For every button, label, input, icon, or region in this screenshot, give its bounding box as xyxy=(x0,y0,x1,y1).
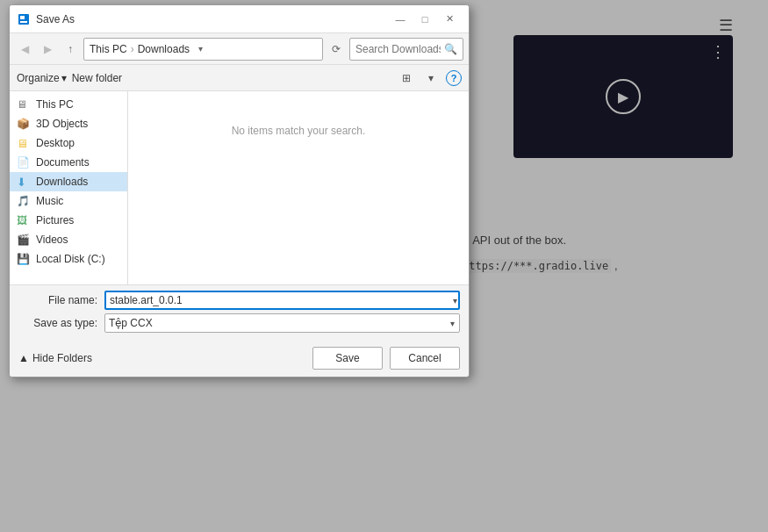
up-button[interactable]: ↑ xyxy=(61,40,80,59)
back-button[interactable]: ◀ xyxy=(15,40,34,59)
filename-row: File name: ▾ xyxy=(18,291,460,310)
dialog-nav-toolbar: ◀ ▶ ↑ This PC › Downloads ▾ ⟳ 🔍 xyxy=(10,33,469,65)
videos-icon: 🎬 xyxy=(17,234,31,246)
documents-icon: 📄 xyxy=(17,156,31,169)
save-type-label: Save as type: xyxy=(18,317,97,329)
no-items-message: No items match your search. xyxy=(232,125,366,137)
save-type-row: Save as type: Tệp CCX ▾ xyxy=(18,313,460,333)
titlebar-controls: — □ ✕ xyxy=(388,9,462,30)
view-options-button[interactable]: ⊞ xyxy=(397,68,416,88)
sidebar-item-documents[interactable]: 📄 Documents xyxy=(10,153,127,172)
dialog-title-icon xyxy=(17,12,31,26)
maximize-button[interactable]: □ xyxy=(413,9,437,30)
pictures-icon: 🖼 xyxy=(17,214,31,226)
sidebar-item-videos[interactable]: 🎬 Videos xyxy=(10,230,127,249)
hide-folders-button[interactable]: ▲ Hide Folders xyxy=(18,352,92,364)
sidebar-item-3d-objects[interactable]: 📦 3D Objects xyxy=(10,114,127,133)
refresh-button[interactable]: ⟳ xyxy=(327,40,346,59)
save-type-select[interactable]: Tệp CCX xyxy=(104,313,460,333)
filename-label: File name: xyxy=(18,294,97,306)
filename-input-wrap: ▾ xyxy=(104,291,460,310)
sidebar-item-music[interactable]: 🎵 Music xyxy=(10,191,127,211)
hide-folders-arrow-icon: ▲ xyxy=(18,352,29,364)
close-button[interactable]: ✕ xyxy=(437,9,462,30)
search-icon: 🔍 xyxy=(444,43,457,55)
save-type-select-wrap: Tệp CCX ▾ xyxy=(104,313,460,333)
organize-button[interactable]: Organize ▾ xyxy=(17,72,67,84)
3d-objects-icon: 📦 xyxy=(17,118,31,130)
breadcrumb-dropdown[interactable]: ▾ xyxy=(193,40,207,59)
filename-input[interactable] xyxy=(104,291,460,310)
sidebar-item-downloads[interactable]: ⬇ Downloads xyxy=(10,172,127,191)
dialog-form: File name: ▾ Save as type: Tệp CCX ▾ xyxy=(10,284,469,341)
file-list: No items match your search. xyxy=(128,91,469,284)
local-disk-icon: 💾 xyxy=(17,253,31,265)
breadcrumb-bar[interactable]: This PC › Downloads ▾ xyxy=(83,38,323,61)
forward-button[interactable]: ▶ xyxy=(38,40,57,59)
save-button[interactable]: Save xyxy=(312,347,383,370)
sidebar-item-local-disk[interactable]: 💾 Local Disk (C:) xyxy=(10,249,127,269)
sidebar-item-desktop[interactable]: 🖥 Desktop xyxy=(10,133,127,153)
view-dropdown-button[interactable]: ▾ xyxy=(421,68,441,88)
minimize-button[interactable]: — xyxy=(388,9,413,30)
new-folder-button[interactable]: New folder xyxy=(72,72,122,84)
sidebar-item-pictures[interactable]: 🖼 Pictures xyxy=(10,211,127,230)
dialog-titlebar: Save As — □ ✕ xyxy=(10,5,469,33)
sidebar: 🖥 This PC 📦 3D Objects 🖥 Desktop 📄 Docum… xyxy=(10,91,128,284)
music-icon: 🎵 xyxy=(17,195,31,207)
save-as-dialog: Save As — □ ✕ ◀ ▶ ↑ This PC › Downloads … xyxy=(9,4,470,377)
desktop-icon: 🖥 xyxy=(17,137,31,150)
svg-rect-1 xyxy=(20,16,25,19)
dialog-body: 🖥 This PC 📦 3D Objects 🖥 Desktop 📄 Docum… xyxy=(10,91,469,284)
crumb-downloads[interactable]: Downloads xyxy=(138,43,190,55)
help-button[interactable]: ? xyxy=(446,70,462,86)
organize-arrow-icon: ▾ xyxy=(61,72,67,84)
svg-rect-2 xyxy=(20,21,27,23)
dialog-actions: ▲ Hide Folders Save Cancel xyxy=(10,341,469,377)
crumb-pc[interactable]: This PC xyxy=(90,43,127,55)
dialog-title-text: Save As xyxy=(36,13,388,25)
pc-icon: 🖥 xyxy=(17,98,31,111)
downloads-icon: ⬇ xyxy=(17,176,31,189)
cancel-button[interactable]: Cancel xyxy=(390,347,460,370)
search-bar[interactable]: 🔍 xyxy=(349,38,463,61)
sidebar-item-this-pc[interactable]: 🖥 This PC xyxy=(10,95,127,114)
search-input[interactable] xyxy=(355,43,441,55)
dialog-organize-toolbar: Organize ▾ New folder ⊞ ▾ ? xyxy=(10,65,469,91)
